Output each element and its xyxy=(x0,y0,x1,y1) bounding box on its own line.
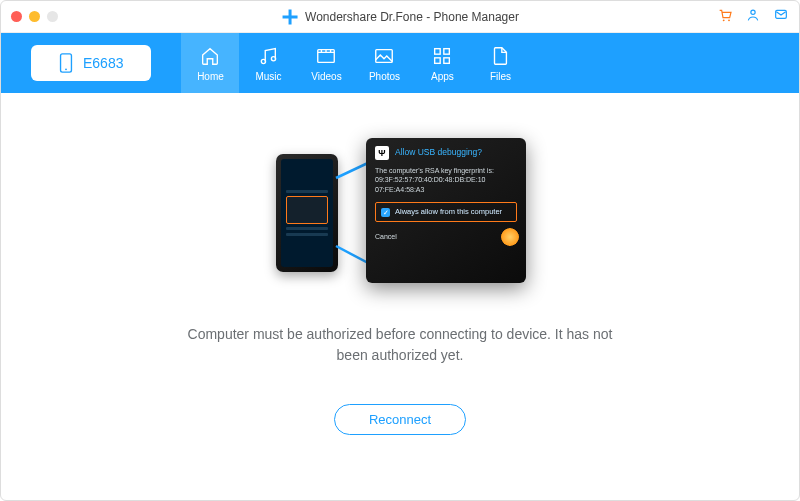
app-title: Wondershare Dr.Fone - Phone Manager xyxy=(281,8,519,26)
svg-point-0 xyxy=(723,19,725,21)
usb-icon: Ψ xyxy=(375,146,389,160)
svg-point-5 xyxy=(65,68,67,70)
minimize-window-button[interactable] xyxy=(29,11,40,22)
svg-rect-13 xyxy=(444,57,450,63)
tab-music[interactable]: Music xyxy=(239,33,297,93)
tab-label: Files xyxy=(490,71,511,82)
nav-tabs: Home Music Videos Photos Apps Files xyxy=(181,33,529,93)
maximize-window-button[interactable] xyxy=(47,11,58,22)
tab-apps[interactable]: Apps xyxy=(413,33,471,93)
navbar: E6683 Home Music Videos Photos Apps File… xyxy=(1,33,799,93)
dialog-cancel: Cancel xyxy=(375,232,397,241)
tab-files[interactable]: Files xyxy=(471,33,529,93)
svg-rect-10 xyxy=(435,48,441,54)
tab-home[interactable]: Home xyxy=(181,33,239,93)
always-allow-row: ✓ Always allow from this computer xyxy=(375,202,517,222)
tap-indicator-icon xyxy=(501,228,519,246)
svg-point-7 xyxy=(272,56,276,60)
tab-videos[interactable]: Videos xyxy=(297,33,355,93)
tab-label: Videos xyxy=(311,71,341,82)
titlebar: Wondershare Dr.Fone - Phone Manager xyxy=(1,1,799,33)
dialog-fingerprint-2: 07:FE:A4:58:A3 xyxy=(375,185,517,194)
always-allow-label: Always allow from this computer xyxy=(395,207,502,217)
usb-debug-dialog-graphic: Ψ Allow USB debugging? The computer's RS… xyxy=(366,138,526,283)
phone-icon xyxy=(59,53,73,73)
tab-label: Photos xyxy=(369,71,400,82)
feedback-icon[interactable] xyxy=(773,7,789,27)
user-icon[interactable] xyxy=(745,7,761,27)
tab-photos[interactable]: Photos xyxy=(355,33,413,93)
dialog-fingerprint-1: 09:3F:52:57:70:40:D0:48:DB:DE:10 xyxy=(375,175,517,184)
title-actions xyxy=(717,7,789,27)
svg-rect-11 xyxy=(444,48,450,54)
dialog-title: Allow USB debugging? xyxy=(395,147,482,158)
dialog-body-text: The computer's RSA key fingerprint is: xyxy=(375,166,517,175)
app-logo-icon xyxy=(281,8,299,26)
close-window-button[interactable] xyxy=(11,11,22,22)
video-icon xyxy=(315,45,337,67)
cart-icon[interactable] xyxy=(717,7,733,27)
music-icon xyxy=(257,45,279,67)
svg-point-2 xyxy=(751,10,755,14)
tab-label: Music xyxy=(255,71,281,82)
svg-point-1 xyxy=(728,19,730,21)
home-icon xyxy=(199,45,221,67)
photo-icon xyxy=(373,45,395,67)
svg-point-6 xyxy=(262,59,266,63)
reconnect-button[interactable]: Reconnect xyxy=(334,404,466,435)
tab-label: Home xyxy=(197,71,224,82)
apps-icon xyxy=(431,45,453,67)
tab-label: Apps xyxy=(431,71,454,82)
svg-rect-9 xyxy=(376,49,393,62)
files-icon xyxy=(489,45,511,67)
phone-graphic xyxy=(276,154,338,272)
check-icon: ✓ xyxy=(381,208,390,217)
device-selector[interactable]: E6683 xyxy=(31,45,151,81)
device-name: E6683 xyxy=(83,55,123,71)
svg-rect-12 xyxy=(435,57,441,63)
authorization-illustration: Ψ Allow USB debugging? The computer's RS… xyxy=(270,138,530,288)
app-title-text: Wondershare Dr.Fone - Phone Manager xyxy=(305,10,519,24)
main-content: Ψ Allow USB debugging? The computer's RS… xyxy=(1,93,799,435)
authorization-message: Computer must be authorized before conne… xyxy=(180,324,620,366)
window-controls xyxy=(11,11,58,22)
